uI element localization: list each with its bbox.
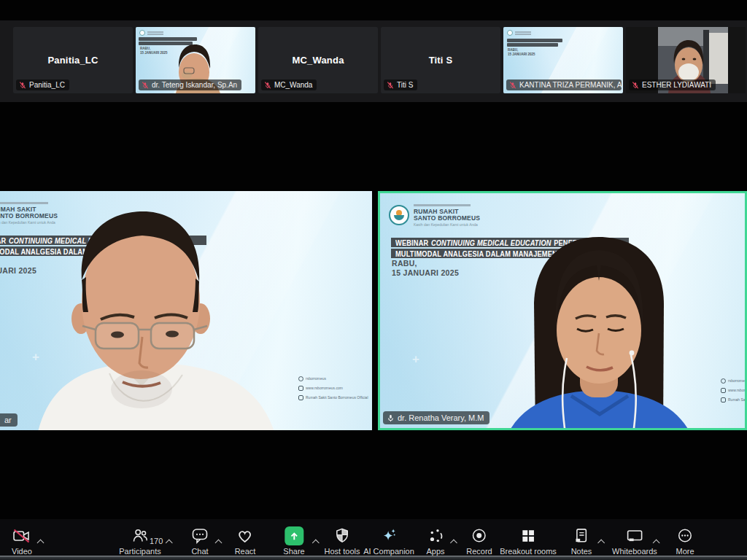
filmstrip-tile-mcwanda[interactable]: MC_Wanda MC_Wanda xyxy=(258,27,378,93)
video-off-icon xyxy=(13,526,31,545)
sparkle-icon xyxy=(380,526,398,545)
filmstrip-tile-esther-video[interactable]: ESTHER LYDIAWATI xyxy=(626,27,746,93)
name-label-text: MC_Wanda xyxy=(274,81,312,89)
notes-button[interactable]: Notes xyxy=(571,526,592,556)
name-label: ar xyxy=(0,413,18,427)
whiteboard-icon xyxy=(626,526,643,545)
name-label-text: ESTHER LYDIAWATI xyxy=(642,81,711,89)
notes-icon xyxy=(573,526,590,545)
share-button[interactable]: Share xyxy=(283,526,304,556)
name-label-text: KANTINA TRIZA PERMANIK, A.M .. xyxy=(519,81,622,89)
breakout-rooms-icon xyxy=(520,526,536,545)
shield-icon xyxy=(333,526,350,545)
chat-button[interactable]: Chat xyxy=(191,526,209,556)
mini-date: RABU, 15 JANUARI 2025 xyxy=(508,48,535,57)
filmstrip-tile-teteng-video[interactable]: RABU, 15 JANUARI 2025 dr. Teteng Iskanda… xyxy=(136,27,255,93)
name-label: MC_Wanda xyxy=(261,79,317,90)
host-tools-button[interactable]: Host tools xyxy=(325,526,360,556)
name-label-text: dr. Renatha Verary, M.M xyxy=(398,413,484,422)
name-label-text: Panitia_LC xyxy=(29,81,65,89)
react-button[interactable]: React xyxy=(235,526,256,556)
muted-mic-icon xyxy=(632,82,639,89)
name-label: dr. Renatha Verary, M.M xyxy=(383,411,489,424)
notes-options-caret[interactable] xyxy=(598,540,605,547)
chat-options-caret[interactable] xyxy=(215,540,222,547)
more-icon xyxy=(677,526,694,545)
name-label-text: dr. Teteng Iskandar, Sp.An xyxy=(152,81,237,89)
participants-button[interactable]: Participants 170 xyxy=(119,526,160,556)
apps-icon xyxy=(427,526,444,545)
name-label: dr. Teteng Iskandar, Sp.An xyxy=(139,79,241,90)
muted-mic-icon xyxy=(19,82,26,89)
whiteboards-button[interactable]: Whiteboards xyxy=(612,526,657,556)
muted-mic-icon xyxy=(142,82,149,89)
name-label: KANTINA TRIZA PERMANIK, A.M .. xyxy=(506,79,622,90)
filmstrip-tile-kantina-video[interactable]: RABU, 15 JANUARI 2025 KANTINA TRIZA PERM… xyxy=(503,27,623,93)
share-screen-icon xyxy=(285,526,303,545)
record-button[interactable]: Record xyxy=(466,526,492,556)
apps-button[interactable]: Apps xyxy=(426,526,444,556)
meeting-toolbar: Video Participants 170 Chat React xyxy=(0,519,747,556)
video-button[interactable]: Video xyxy=(12,526,32,556)
name-label-text: Titi S xyxy=(397,81,413,89)
name-label-text: ar xyxy=(4,416,12,424)
video-options-caret[interactable] xyxy=(37,540,44,547)
name-label: Titi S xyxy=(384,79,417,90)
name-label: Panitia_LC xyxy=(16,79,69,90)
filmstrip-tile-titis[interactable]: Titi S Titi S xyxy=(381,27,500,93)
main-video-renatha[interactable]: RUMAH SAKIT SANTO BORROMEUS Kasih dan Ke… xyxy=(378,191,747,430)
banner-strip xyxy=(507,39,562,42)
ai-companion-button[interactable]: AI Companion xyxy=(363,526,414,556)
participants-count: 170 xyxy=(150,537,163,545)
muted-mic-icon xyxy=(509,82,516,89)
name-label: ESTHER LYDIAWATI xyxy=(629,79,716,90)
muted-mic-icon xyxy=(264,82,271,89)
presenter-teteng-figure xyxy=(0,191,372,430)
participants-options-caret[interactable] xyxy=(166,540,173,547)
apps-options-caret[interactable] xyxy=(450,540,457,547)
chat-icon xyxy=(191,526,209,545)
filmstrip: Panitia_LC Panitia_LC RABU, 15 JANUARI 2… xyxy=(0,20,747,102)
whiteboards-options-caret[interactable] xyxy=(653,540,660,547)
filmstrip-tile-panitia[interactable]: Panitia_LC Panitia_LC xyxy=(13,27,133,93)
taskbar-edge xyxy=(0,556,747,560)
participants-icon xyxy=(131,526,149,545)
mic-icon xyxy=(387,414,395,422)
breakout-rooms-button[interactable]: Breakout rooms xyxy=(500,526,557,556)
muted-mic-icon xyxy=(387,82,394,89)
record-icon xyxy=(471,526,488,545)
presenter-renatha-figure xyxy=(380,193,747,430)
banner-strip xyxy=(507,43,558,47)
hospital-logo-mini xyxy=(507,30,513,36)
main-video-teteng[interactable]: RUMAH SAKIT SANTO BORROMEUS Kasih dan Ke… xyxy=(0,191,372,430)
zoom-meeting-window: Panitia_LC Panitia_LC RABU, 15 JANUARI 2… xyxy=(0,0,747,560)
share-options-caret[interactable] xyxy=(312,540,320,547)
more-button[interactable]: More xyxy=(676,526,694,556)
heart-icon xyxy=(236,526,254,545)
